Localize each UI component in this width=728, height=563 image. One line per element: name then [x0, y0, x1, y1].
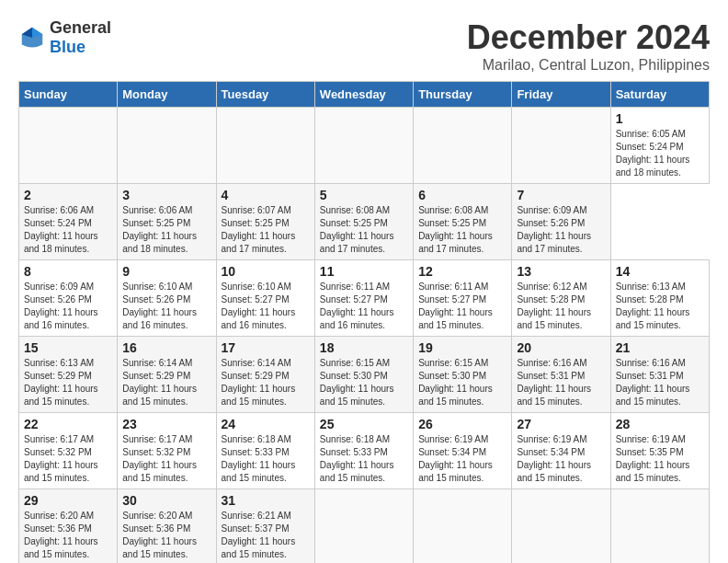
table-row: 28 Sunrise: 6:19 AMSunset: 5:35 PMDaylig…	[610, 413, 709, 489]
calendar-row: 1 Sunrise: 6:05 AMSunset: 5:24 PMDayligh…	[19, 108, 710, 184]
day-info: Sunrise: 6:09 AMSunset: 5:26 PMDaylight:…	[517, 205, 591, 254]
day-info: Sunrise: 6:19 AMSunset: 5:34 PMDaylight:…	[517, 434, 591, 483]
day-number: 10	[222, 264, 310, 279]
logo: General Blue	[18, 18, 111, 57]
day-number: 23	[122, 417, 210, 431]
day-number: 25	[320, 417, 408, 431]
table-row	[314, 489, 413, 564]
table-row: 13 Sunrise: 6:12 AMSunset: 5:28 PMDaylig…	[512, 260, 610, 337]
day-number: 19	[418, 340, 506, 355]
table-row: 6 Sunrise: 6:08 AMSunset: 5:25 PMDayligh…	[414, 184, 512, 260]
col-monday: Monday	[118, 82, 216, 108]
day-number: 1	[616, 111, 704, 126]
day-number: 11	[320, 264, 408, 279]
table-row	[414, 489, 512, 564]
day-info: Sunrise: 6:20 AMSunset: 5:36 PMDaylight:…	[24, 511, 98, 559]
day-info: Sunrise: 6:14 AMSunset: 5:29 PMDaylight:…	[122, 358, 197, 407]
table-row: 3 Sunrise: 6:06 AMSunset: 5:25 PMDayligh…	[118, 184, 216, 260]
day-info: Sunrise: 6:18 AMSunset: 5:33 PMDaylight:…	[222, 434, 296, 483]
day-info: Sunrise: 6:11 AMSunset: 5:27 PMDaylight:…	[320, 282, 394, 330]
day-number: 28	[616, 417, 704, 431]
day-number: 24	[222, 417, 310, 431]
table-row	[314, 108, 413, 184]
table-row: 22 Sunrise: 6:17 AMSunset: 5:32 PMDaylig…	[19, 413, 118, 489]
table-row: 27 Sunrise: 6:19 AMSunset: 5:34 PMDaylig…	[512, 413, 610, 489]
day-number: 30	[122, 493, 210, 508]
table-row: 9 Sunrise: 6:10 AMSunset: 5:26 PMDayligh…	[118, 260, 216, 337]
day-info: Sunrise: 6:13 AMSunset: 5:29 PMDaylight:…	[24, 358, 98, 407]
day-info: Sunrise: 6:07 AMSunset: 5:25 PMDaylight:…	[222, 205, 296, 254]
table-row: 8 Sunrise: 6:09 AMSunset: 5:26 PMDayligh…	[19, 260, 118, 337]
table-row: 25 Sunrise: 6:18 AMSunset: 5:33 PMDaylig…	[314, 413, 413, 489]
col-thursday: Thursday	[414, 82, 512, 108]
day-info: Sunrise: 6:09 AMSunset: 5:26 PMDaylight:…	[24, 282, 98, 330]
table-row: 21 Sunrise: 6:16 AMSunset: 5:31 PMDaylig…	[610, 337, 709, 413]
day-number: 15	[24, 340, 112, 355]
day-number: 18	[320, 340, 408, 355]
col-friday: Friday	[512, 82, 610, 108]
calendar-table: Sunday Monday Tuesday Wednesday Thursday…	[18, 81, 710, 563]
day-number: 22	[24, 417, 112, 431]
day-info: Sunrise: 6:10 AMSunset: 5:27 PMDaylight:…	[222, 282, 296, 330]
table-row	[19, 108, 118, 184]
col-saturday: Saturday	[610, 82, 709, 108]
day-info: Sunrise: 6:16 AMSunset: 5:31 PMDaylight:…	[616, 358, 690, 407]
day-info: Sunrise: 6:16 AMSunset: 5:31 PMDaylight:…	[517, 358, 591, 407]
col-wednesday: Wednesday	[314, 82, 413, 108]
table-row	[512, 489, 610, 564]
logo-icon	[18, 24, 46, 52]
day-info: Sunrise: 6:06 AMSunset: 5:25 PMDaylight:…	[122, 205, 197, 254]
day-number: 31	[222, 493, 310, 508]
table-row: 10 Sunrise: 6:10 AMSunset: 5:27 PMDaylig…	[216, 260, 314, 337]
table-row: 30 Sunrise: 6:20 AMSunset: 5:36 PMDaylig…	[118, 489, 216, 564]
day-info: Sunrise: 6:15 AMSunset: 5:30 PMDaylight:…	[418, 358, 493, 407]
calendar-row: 2 Sunrise: 6:06 AMSunset: 5:24 PMDayligh…	[19, 184, 710, 260]
page-header: General Blue December 2024 Marilao, Cent…	[18, 18, 710, 74]
table-row: 17 Sunrise: 6:14 AMSunset: 5:29 PMDaylig…	[216, 337, 314, 413]
day-info: Sunrise: 6:20 AMSunset: 5:36 PMDaylight:…	[122, 511, 197, 559]
calendar-row: 8 Sunrise: 6:09 AMSunset: 5:26 PMDayligh…	[19, 260, 710, 337]
day-number: 5	[320, 188, 408, 202]
day-number: 6	[418, 188, 506, 202]
calendar-row: 29 Sunrise: 6:20 AMSunset: 5:36 PMDaylig…	[19, 489, 710, 564]
title-area: December 2024 Marilao, Central Luzon, Ph…	[467, 18, 710, 74]
day-number: 26	[418, 417, 506, 431]
table-row	[118, 108, 216, 184]
day-info: Sunrise: 6:12 AMSunset: 5:28 PMDaylight:…	[517, 282, 591, 330]
day-number: 20	[517, 340, 605, 355]
day-number: 21	[616, 340, 704, 355]
table-row: 20 Sunrise: 6:16 AMSunset: 5:31 PMDaylig…	[512, 337, 610, 413]
table-row: 1 Sunrise: 6:05 AMSunset: 5:24 PMDayligh…	[610, 108, 709, 184]
table-row: 23 Sunrise: 6:17 AMSunset: 5:32 PMDaylig…	[118, 413, 216, 489]
table-row: 11 Sunrise: 6:11 AMSunset: 5:27 PMDaylig…	[314, 260, 413, 337]
col-tuesday: Tuesday	[216, 82, 314, 108]
day-info: Sunrise: 6:19 AMSunset: 5:35 PMDaylight:…	[616, 434, 690, 483]
table-row	[610, 489, 709, 564]
day-info: Sunrise: 6:17 AMSunset: 5:32 PMDaylight:…	[24, 434, 98, 483]
day-number: 9	[122, 264, 210, 279]
day-info: Sunrise: 6:18 AMSunset: 5:33 PMDaylight:…	[320, 434, 394, 483]
day-info: Sunrise: 6:15 AMSunset: 5:30 PMDaylight:…	[320, 358, 394, 407]
table-row: 4 Sunrise: 6:07 AMSunset: 5:25 PMDayligh…	[216, 184, 314, 260]
day-number: 29	[24, 493, 112, 508]
table-row: 26 Sunrise: 6:19 AMSunset: 5:34 PMDaylig…	[414, 413, 512, 489]
day-number: 7	[517, 188, 605, 202]
table-row: 18 Sunrise: 6:15 AMSunset: 5:30 PMDaylig…	[314, 337, 413, 413]
table-row: 14 Sunrise: 6:13 AMSunset: 5:28 PMDaylig…	[610, 260, 709, 337]
day-number: 12	[418, 264, 506, 279]
table-row: 19 Sunrise: 6:15 AMSunset: 5:30 PMDaylig…	[414, 337, 512, 413]
day-info: Sunrise: 6:05 AMSunset: 5:24 PMDaylight:…	[616, 129, 690, 178]
day-info: Sunrise: 6:08 AMSunset: 5:25 PMDaylight:…	[320, 205, 394, 254]
calendar-row: 15 Sunrise: 6:13 AMSunset: 5:29 PMDaylig…	[19, 337, 710, 413]
day-number: 14	[616, 264, 704, 279]
table-row: 24 Sunrise: 6:18 AMSunset: 5:33 PMDaylig…	[216, 413, 314, 489]
day-number: 16	[122, 340, 210, 355]
day-number: 2	[24, 188, 112, 202]
day-number: 3	[122, 188, 210, 202]
col-sunday: Sunday	[19, 82, 118, 108]
day-number: 13	[517, 264, 605, 279]
day-number: 4	[222, 188, 310, 202]
calendar-header-row: Sunday Monday Tuesday Wednesday Thursday…	[19, 82, 710, 108]
day-number: 17	[222, 340, 310, 355]
logo-text: General Blue	[50, 18, 111, 57]
